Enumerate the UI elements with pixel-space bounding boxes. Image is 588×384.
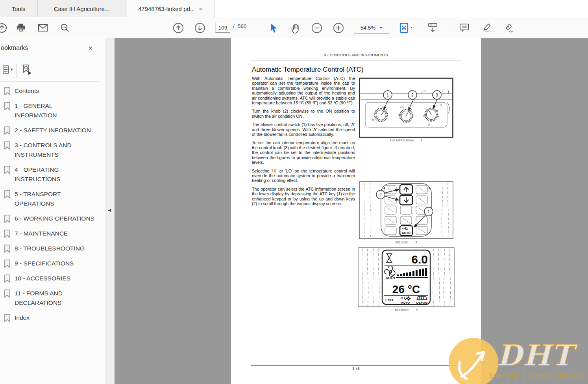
divider xyxy=(0,82,99,82)
tab-close-icon[interactable]: × xyxy=(199,6,202,12)
bookmark-ribbon-icon xyxy=(4,165,11,175)
fig3-blower-value: 6.0 xyxy=(411,253,428,266)
bookmark-item[interactable]: 7 - MAINTENANCE xyxy=(0,229,102,244)
tab-document-1[interactable]: Case IH Agriculture... xyxy=(37,0,126,17)
bookmark-item[interactable]: 4 - OPERATING INSTRUCTIONS xyxy=(0,165,102,189)
options-list-icon xyxy=(2,64,14,77)
divider xyxy=(16,63,17,78)
section-title: Automatic Temperature Control (ATC) xyxy=(252,66,364,74)
bookmark-item[interactable]: 6 - WORKING OPERATIONS xyxy=(0,214,102,229)
body-text-column: With Automatic Temperature Control (ATC)… xyxy=(252,76,355,210)
cursor-arrow-icon xyxy=(268,22,279,33)
header-rule xyxy=(251,61,461,61)
bookmarks-list: Contents 1 - GENERAL INFORMATION 2 - SAF… xyxy=(0,86,102,328)
fig2-auto-key-label: AUTO xyxy=(402,231,411,235)
bookmark-item[interactable]: 9 - SPECIFICATIONS xyxy=(0,259,102,274)
panel-collapse-icon[interactable]: ◀ xyxy=(108,208,111,213)
comment-tool-button[interactable] xyxy=(458,21,471,35)
plus-circle-icon xyxy=(333,22,344,34)
document-viewer[interactable]: 3 - CONTROLS AND INSTRUMENTS Automatic T… xyxy=(115,38,588,384)
toolbar-separator-2 xyxy=(449,22,449,34)
page-number-input[interactable] xyxy=(215,23,230,33)
bookmark-ribbon-icon xyxy=(4,126,11,135)
zoom-level-select[interactable]: 54.5% xyxy=(354,22,389,34)
bookmarks-options-button[interactable] xyxy=(2,64,14,77)
bookmarks-close-icon[interactable]: × xyxy=(88,44,93,53)
bookmarks-panel: ookmarks × xyxy=(0,38,105,384)
bookmark-item-label: 8 - TROUBLESHOOTING xyxy=(15,245,85,252)
next-page-button[interactable] xyxy=(193,21,207,35)
pdf-page: 3 - CONTROLS AND INSTRUMENTS Automatic T… xyxy=(231,38,481,384)
figure-atc-display: 6.0 AUTO xyxy=(358,247,455,307)
bookmark-ribbon-icon xyxy=(4,229,11,239)
bookmark-item[interactable]: Contents xyxy=(0,86,102,101)
tab-document-2-active[interactable]: 47948763-linked pd... × xyxy=(126,0,214,18)
bookmark-item[interactable]: 10 - ACCESSORIES xyxy=(0,274,102,289)
bookmark-item[interactable]: 5 - TRANSPORT OPERATIONS xyxy=(0,189,102,214)
toolbar-collapse-icon xyxy=(427,22,439,34)
print-button[interactable] xyxy=(14,21,28,35)
tab-bar: Tools Case IH Agriculture... 47948763-li… xyxy=(0,0,588,17)
fig2-callout-updown: 2 xyxy=(379,193,382,197)
bookmark-item[interactable]: Index xyxy=(0,313,102,328)
tab-tools-label: Tools xyxy=(11,6,25,12)
hide-toolbar-button[interactable] xyxy=(426,21,440,35)
search-button[interactable] xyxy=(58,21,72,35)
bookmark-item[interactable]: 1 - GENERAL INFORMATION xyxy=(0,101,102,126)
figure-1-caption: SVIL16TR01300AA 1 xyxy=(359,139,453,142)
zoom-level-value: 54.5% xyxy=(361,25,375,31)
zoom-in-button[interactable] xyxy=(332,21,345,35)
tab-tools[interactable]: Tools xyxy=(0,0,37,17)
fig2-key-right-number: 2 xyxy=(429,186,431,189)
main-toolbar: / 560 54. xyxy=(0,18,588,38)
figure-keypad: AUTO 1 2 2 1 xyxy=(359,181,453,239)
tab-document-2-label: 47948763-linked pd... xyxy=(138,6,195,12)
fig3-eco-label: ECO xyxy=(385,298,393,302)
fig3-auto-label: AUTO xyxy=(401,301,410,304)
printer-icon xyxy=(15,22,26,33)
share-icon[interactable] xyxy=(0,21,9,35)
figure-knob-panel: ECO LO HI °C xyxy=(359,78,453,138)
goto-current-bookmark-button[interactable] xyxy=(20,63,34,78)
bookmark-ribbon-icon xyxy=(4,87,11,96)
bookmark-item-label: 7 - MAINTENANCE xyxy=(15,230,68,237)
zoom-out-button[interactable] xyxy=(310,21,324,35)
bookmark-ribbon-icon xyxy=(4,289,11,299)
bookmark-item-label: 9 - SPECIFICATIONS xyxy=(15,260,74,267)
bookmark-item[interactable]: 8 - TROUBLESHOOTING xyxy=(0,244,102,259)
fit-page-button[interactable] xyxy=(399,21,412,35)
bookmark-item-label: 10 - ACCESSORIES xyxy=(15,275,70,282)
fig3-fan-auto-label: AUTO xyxy=(386,276,395,280)
watermark-slogan: Sharing creates success xyxy=(489,372,584,379)
fill-sign-pen-icon xyxy=(502,22,515,34)
highlighter-icon xyxy=(480,22,493,34)
bookmark-item[interactable]: 11 - FORMS AND DECLARATIONS xyxy=(0,289,102,313)
select-tool-button[interactable] xyxy=(267,21,280,35)
bookmark-ribbon-icon xyxy=(4,244,11,254)
watermark-brand: DHT xyxy=(497,339,573,371)
bookmark-item-label: Index xyxy=(15,314,30,321)
bookmark-ribbon-icon xyxy=(4,190,11,199)
panel-collapse-gutter[interactable]: ◀ xyxy=(106,38,115,384)
fig1-callout-3: 3 xyxy=(436,93,438,97)
fig1-callout-1: 1 xyxy=(386,93,389,97)
bookmark-item[interactable]: 3 - CONTROLS AND INSTRUMENTS xyxy=(0,141,102,165)
bookmark-ribbon-icon xyxy=(4,314,11,323)
email-button[interactable] xyxy=(36,21,50,35)
hand-tool-button[interactable] xyxy=(288,21,302,35)
highlight-tool-button[interactable] xyxy=(480,21,493,35)
sign-tool-button[interactable] xyxy=(502,21,515,35)
bookmark-ribbon-icon xyxy=(4,102,11,111)
figure-2-caption: SS11A095 2 xyxy=(359,241,453,244)
previous-page-button[interactable] xyxy=(172,21,185,35)
fig1-lo-label: LO xyxy=(423,115,426,117)
bookmark-item-label: 11 - FORMS AND DECLARATIONS xyxy=(15,290,63,306)
paragraph: With Automatic Temperature Control (ATC)… xyxy=(252,76,355,105)
bookmarks-header: ookmarks × xyxy=(0,38,105,60)
figure-3-number: 3 xyxy=(416,308,417,312)
bookmark-item[interactable]: 2 - SAFETY INFORMATION xyxy=(0,126,102,141)
chapter-header: 3 - CONTROLS AND INSTRUMENTS xyxy=(231,53,481,57)
fig1-unit-label: °C xyxy=(440,104,442,106)
fig3-defog-label: DEFOG xyxy=(416,301,427,304)
hand-icon xyxy=(289,22,301,34)
